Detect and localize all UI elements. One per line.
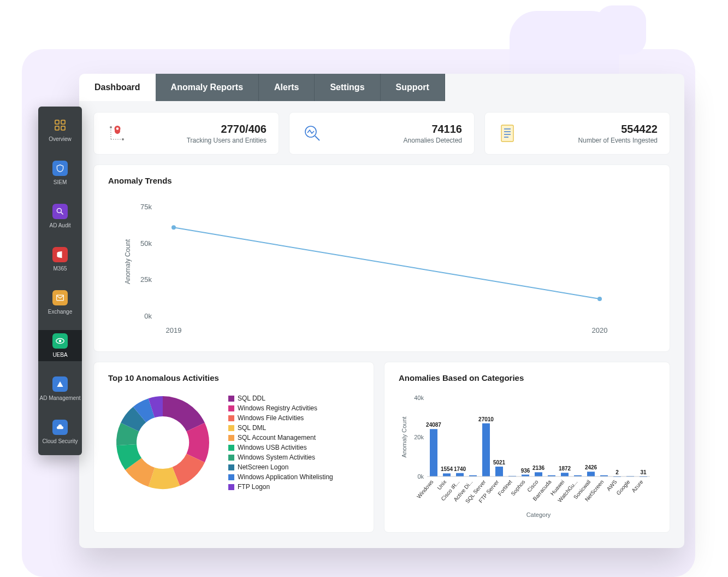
sidebar: Overview SIEM AD Audit M365 Exchange UEB… [38,107,82,455]
legend-item: Windows Application Whitelisting [228,473,333,481]
sidebar-item-ueba[interactable]: UEBA [38,330,82,361]
legend-swatch [228,445,234,451]
stat-row: 2770/406 Tracking Users and Entities 741… [93,112,670,155]
sidebar-item-admanagement[interactable]: AD Management [38,373,82,404]
legend-label: FTP Logon [238,483,270,491]
sidebar-item-label: Cloud Security [42,438,78,444]
sidebar-item-siem[interactable]: SIEM [38,157,82,189]
eye-icon [52,333,68,349]
svg-line-5 [61,213,63,215]
legend-item: Windows USB Activities [228,444,333,451]
donut-legend: SQL DDLWindows Registry ActivitiesWindow… [228,395,333,491]
grid-icon [52,117,68,133]
mail-icon [52,290,68,305]
svg-text:2426: 2426 [585,464,597,470]
stat-label: Tracking Users and Entities [187,137,267,144]
tab-settings[interactable]: Settings [315,74,380,101]
svg-text:25k: 25k [140,275,152,284]
sidebar-item-overview[interactable]: Overview [38,114,82,145]
legend-swatch [228,484,234,490]
svg-text:2: 2 [615,469,619,475]
legend-swatch [228,464,234,470]
legend-item: FTP Logon [228,483,333,491]
legend-item: Windows Registry Activities [228,404,333,412]
tab-anomaly-reports[interactable]: Anomaly Reports [156,74,259,101]
svg-point-29 [597,297,602,301]
svg-rect-6 [57,295,64,301]
svg-rect-57 [535,472,542,476]
sidebar-item-label: AD Audit [50,222,71,228]
svg-rect-49 [495,467,503,476]
svg-rect-35 [430,429,437,476]
legend-swatch [228,474,234,480]
legend-item: Windows File Activities [228,414,333,422]
svg-text:1872: 1872 [559,466,571,472]
legend-label: SQL Account Management [238,434,316,441]
svg-rect-16 [501,125,513,142]
tab-dashboard[interactable]: Dashboard [79,74,156,101]
svg-text:Anomaly Count: Anomaly Count [401,416,407,457]
legend-label: Windows File Activities [238,414,304,422]
panel-anomaly-trends: Anomaly Trends 0k25k50k75k20192020Anomal… [93,164,670,352]
legend-item: NetScreen Logon [228,463,333,471]
svg-rect-3 [61,126,65,130]
svg-rect-1 [61,120,65,124]
sidebar-item-label: Overview [49,136,72,142]
analytics-icon [301,122,323,144]
svg-text:Google: Google [615,479,631,496]
stat-card-anomalies: 74116 Anomalies Detected [289,112,475,155]
svg-text:2020: 2020 [592,326,608,334]
svg-rect-62 [561,473,569,476]
svg-point-8 [59,340,62,343]
tab-support[interactable]: Support [381,74,445,101]
svg-text:27010: 27010 [478,416,494,422]
svg-text:31: 31 [640,469,647,475]
panel-categories: Anomalies Based on Categories 0k20k40kAn… [384,362,670,533]
panel-title: Anomaly Trends [108,176,655,185]
stat-label: Number of Events Ingested [578,137,658,144]
legend-swatch [228,396,234,402]
legend-swatch [228,435,234,441]
sidebar-item-label: AD Management [39,395,80,401]
svg-text:50k: 50k [140,239,152,248]
svg-text:Windows: Windows [416,479,435,499]
panel-title: Top 10 Anomalous Activities [108,373,359,382]
svg-point-12 [122,138,124,140]
legend-item: SQL DML [228,424,333,432]
tab-alerts[interactable]: Alerts [259,74,315,101]
svg-text:936: 936 [521,468,530,474]
svg-text:1554: 1554 [441,466,453,472]
svg-text:1740: 1740 [454,466,466,472]
sidebar-item-cloudsecurity[interactable]: Cloud Security [38,416,82,448]
legend-item: SQL Account Management [228,434,333,441]
sidebar-item-m365[interactable]: M365 [38,244,82,275]
stat-value: 2770/406 [187,123,267,136]
svg-rect-46 [482,423,490,476]
sidebar-item-adaudit[interactable]: AD Audit [38,201,82,232]
categories-bar-chart: 0k20k40kAnomaly CountCategory24087Window… [399,388,655,519]
svg-text:75k: 75k [140,203,152,211]
svg-text:Category: Category [526,511,551,518]
svg-text:AWS: AWS [606,479,618,492]
legend-label: SQL DML [238,424,266,432]
sidebar-item-label: UEBA [52,352,67,358]
stat-card-events: 554422 Number of Events Ingested [484,112,670,155]
legend-item: Windows System Activities [228,454,333,461]
sidebar-item-label: Exchange [48,309,72,315]
svg-rect-2 [55,126,59,130]
legend-swatch [228,425,234,431]
svg-text:5021: 5021 [493,460,506,466]
legend-swatch [228,455,234,461]
svg-line-15 [315,136,319,140]
pin-icon [106,122,128,144]
legend-label: Windows Registry Activities [238,404,317,412]
legend-label: SQL DDL [238,395,265,402]
svg-rect-38 [443,473,451,476]
sidebar-item-label: SIEM [54,179,67,185]
svg-rect-41 [456,473,464,476]
legend-label: NetScreen Logon [238,463,288,471]
office-icon [52,247,68,262]
sidebar-item-exchange[interactable]: Exchange [38,287,82,318]
shield-icon [52,161,68,176]
svg-point-11 [110,126,112,128]
